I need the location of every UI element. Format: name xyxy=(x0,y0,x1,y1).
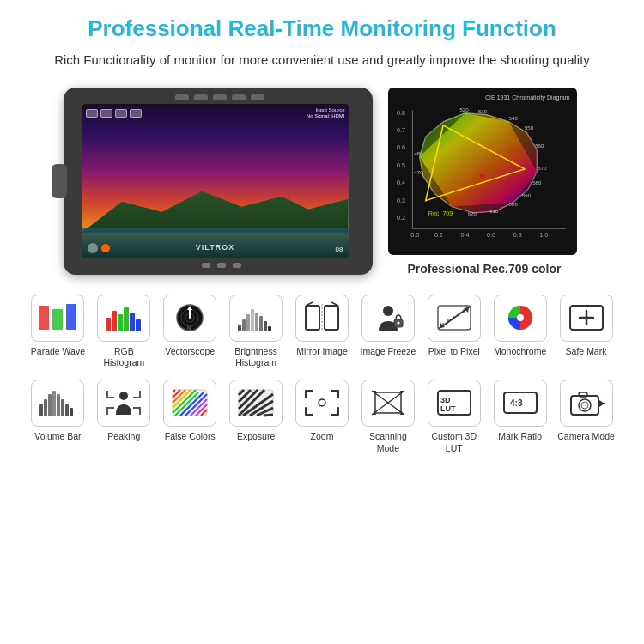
svg-point-89 xyxy=(119,392,128,400)
camera-mode-icon-box xyxy=(560,380,613,427)
volume-bar-icon xyxy=(38,387,77,418)
monitor-screen: Input SourceNo Signal: HDMI VILTROX 08 xyxy=(82,104,349,258)
screen-mountain xyxy=(82,181,349,233)
mirror-image-icon-box xyxy=(295,295,349,342)
safe-mark-icon xyxy=(567,302,606,333)
svg-rect-37 xyxy=(52,309,63,330)
scanning-mode-label: Scanning Mode xyxy=(359,431,417,454)
pixel-to-pixel-label: Pixel to Pixel xyxy=(428,346,480,358)
svg-text:600: 600 xyxy=(508,200,518,206)
svg-text:0.8: 0.8 xyxy=(397,109,405,116)
svg-rect-129 xyxy=(579,392,587,397)
page-wrapper: Professional Real-Time Monitoring Functi… xyxy=(0,0,644,471)
rgb-histogram-label: RGB Histogram xyxy=(94,346,153,369)
false-colors-icon-box xyxy=(163,380,216,427)
peaking-label: Peaking xyxy=(107,431,140,443)
mark-ratio-icon-box: 4:3 xyxy=(494,380,547,427)
svg-text:0.8: 0.8 xyxy=(513,232,521,239)
svg-text:620: 620 xyxy=(467,210,477,216)
monitor-btn-5[interactable] xyxy=(251,94,264,100)
feature-false-colors: False Colors xyxy=(158,380,222,454)
svg-rect-88 xyxy=(70,408,73,416)
feature-image-freeze: Image Freeze xyxy=(355,295,420,369)
parade-wave-icon-box xyxy=(31,295,84,342)
subtitle: Rich Functionality of monitor for more c… xyxy=(17,51,627,70)
svg-text:0.6: 0.6 xyxy=(487,232,495,239)
feature-exposure: Exposure xyxy=(224,380,289,454)
svg-rect-61 xyxy=(325,306,338,330)
prof-color-label: Professional Rec.709 color xyxy=(388,262,581,276)
screen-top-overlay: Input SourceNo Signal: HDMI xyxy=(86,107,345,121)
svg-rect-85 xyxy=(57,394,60,416)
exposure-icon xyxy=(236,387,276,418)
svg-text:570: 570 xyxy=(538,165,547,171)
screen-right-icons: 08 xyxy=(336,246,343,253)
svg-line-110 xyxy=(264,415,273,416)
svg-rect-39 xyxy=(106,318,111,331)
monitor-btn-1[interactable] xyxy=(175,94,189,100)
svg-point-111 xyxy=(319,399,325,406)
top-section: Input SourceNo Signal: HDMI VILTROX 08 xyxy=(17,88,627,276)
pixel-to-pixel-icon-box xyxy=(428,295,481,342)
monitor-device: Input SourceNo Signal: HDMI VILTROX 08 xyxy=(64,88,373,275)
svg-text:610: 610 xyxy=(489,208,499,214)
svg-point-64 xyxy=(383,306,393,316)
feature-parade-wave: Parade Wave xyxy=(26,295,90,369)
false-colors-icon xyxy=(170,387,210,418)
svg-text:580: 580 xyxy=(532,179,542,185)
mark-ratio-icon: 4:3 xyxy=(501,387,540,418)
color-diagram-section: CIE 1931 Chromaticity Diagram 0.8 0.7 0.… xyxy=(388,88,581,276)
svg-point-66 xyxy=(397,322,399,325)
rgb-histogram-icon-box xyxy=(97,295,150,342)
monitor-bottom-btn-2[interactable] xyxy=(217,263,226,268)
camera-mode-label: Camera Mode xyxy=(557,431,615,443)
monitor-knob xyxy=(52,164,67,198)
svg-rect-40 xyxy=(112,311,117,331)
rgb-histogram-icon xyxy=(104,302,143,333)
svg-text:540: 540 xyxy=(508,114,518,120)
feature-safe-mark: Safe Mark xyxy=(554,295,618,369)
svg-rect-58 xyxy=(268,326,271,331)
zoom-icon-box xyxy=(295,380,349,427)
parade-wave-icon xyxy=(38,302,77,333)
svg-text:0.5: 0.5 xyxy=(397,162,405,169)
zoom-label: Zoom xyxy=(311,431,334,443)
svg-rect-87 xyxy=(65,404,69,416)
screen-icon-1 xyxy=(86,109,98,118)
svg-rect-57 xyxy=(264,321,267,331)
svg-text:DCI: DCI xyxy=(476,169,486,176)
svg-text:N: N xyxy=(187,325,191,331)
feature-mirror-image: Mirror Image xyxy=(290,295,355,369)
svg-text:0.2: 0.2 xyxy=(397,215,405,222)
monitor-wrapper: Input SourceNo Signal: HDMI VILTROX 08 xyxy=(64,88,373,275)
svg-text:Rec. 709: Rec. 709 xyxy=(428,210,453,217)
image-freeze-icon xyxy=(368,302,408,333)
svg-rect-43 xyxy=(130,313,135,331)
feature-monochrome: Monochrome xyxy=(488,295,552,369)
monitor-bottom-bar xyxy=(82,263,366,268)
monitor-btn-2[interactable] xyxy=(194,94,208,100)
svg-point-128 xyxy=(581,402,588,409)
monitor-bottom-btn-1[interactable] xyxy=(202,263,210,268)
vectorscope-icon-box: N xyxy=(163,295,216,342)
svg-rect-59 xyxy=(306,306,319,330)
monitor-btn-3[interactable] xyxy=(213,94,227,100)
svg-text:470: 470 xyxy=(414,169,423,175)
svg-rect-54 xyxy=(251,309,254,331)
svg-text:480: 480 xyxy=(414,149,423,155)
monitor-btn-4[interactable] xyxy=(232,94,246,100)
monitor-bottom-btn-3[interactable] xyxy=(233,263,241,268)
svg-text:3D: 3D xyxy=(440,396,451,404)
svg-text:4:3: 4:3 xyxy=(510,398,523,408)
svg-text:520: 520 xyxy=(459,106,469,112)
parade-wave-label: Parade Wave xyxy=(31,346,85,358)
feature-camera-mode: Camera Mode xyxy=(554,380,618,454)
feature-scanning-mode: Scanning Mode xyxy=(355,380,420,454)
svg-text:530: 530 xyxy=(477,107,487,113)
svg-text:1.0: 1.0 xyxy=(539,232,548,239)
screen-source-text: Input SourceNo Signal: HDMI xyxy=(307,107,345,121)
safe-mark-label: Safe Mark xyxy=(566,346,607,358)
mark-ratio-label: Mark Ratio xyxy=(498,431,542,443)
svg-rect-38 xyxy=(66,304,76,330)
svg-text:0.0: 0.0 xyxy=(410,232,419,239)
